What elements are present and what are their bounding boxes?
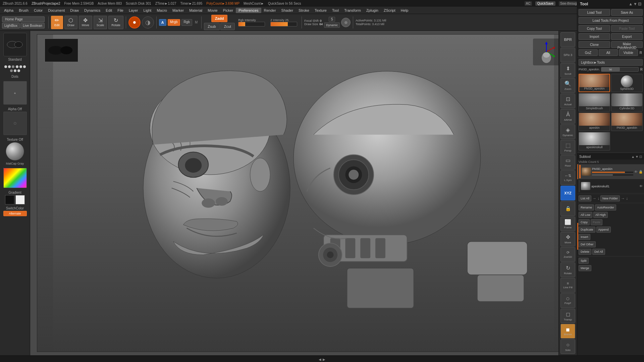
eye-icon[interactable]: 👁 [634,170,638,174]
menu-file[interactable]: File [115,8,126,13]
s-button[interactable]: S [329,17,335,22]
a-button[interactable]: A [159,19,166,26]
menu-alpha[interactable]: Alpha [1,8,16,13]
eye-icon-skull[interactable]: 👁 [639,184,643,188]
panel-arrow-up[interactable]: ▲ [629,2,633,6]
swatch-white[interactable] [15,195,25,204]
del-all-button[interactable]: Del All [592,249,605,255]
copy-tool-button[interactable]: Copy Tool [579,25,610,32]
lsym-button[interactable]: ↔⇅ L.Sym [560,170,575,185]
rgb-button[interactable]: Rgb [181,19,192,26]
alternate-button[interactable]: Alternate [3,211,27,216]
export-button[interactable]: Export [611,33,643,40]
menu-brush[interactable]: Brush [16,8,31,13]
rotate-view-button[interactable]: ↻ Rotate [560,262,575,277]
menu-help[interactable]: Help [398,8,411,13]
tool-thumb-cylinder3d[interactable]: Cylinder3D [611,93,643,112]
subtool-item-pm3d[interactable]: PM3D_apeskin 👁 🔒 [577,164,644,179]
del-other-button[interactable]: Del Other [579,241,596,247]
clone-button[interactable]: Clone [579,41,610,48]
menu-preferences[interactable]: Preferences [236,8,261,13]
make-polymesh3d-button[interactable]: Make PolyMesh3D [611,41,643,48]
xyz-button[interactable]: XYZ [560,186,575,200]
color-gradient[interactable] [3,168,27,188]
texture-preview[interactable]: ⬡ [3,112,27,135]
tool-thumb-pm3d-apeskin2[interactable]: PM3D_apeskin [611,113,643,131]
aahat-button[interactable]: Ȧ AAHat [560,109,575,124]
brenm-button[interactable]: ◼ Brenm [560,324,575,339]
bpr-button[interactable]: BPR [560,32,575,47]
solo-button[interactable]: ○ Solo [560,339,575,354]
live-boolean-tab[interactable]: Live Boolean [20,23,45,28]
menu-zscript[interactable]: ZScript [381,8,398,13]
menu-dynamics[interactable]: Dynamics [82,8,103,13]
move-button[interactable]: ✥ Move [79,16,92,29]
ac-label[interactable]: AC [525,1,532,6]
dynamic-view-button[interactable]: ◈ Dynamic [560,124,575,139]
append-button[interactable]: Append [596,227,611,233]
subtool-arrow-down[interactable]: ▼ [635,155,639,159]
list-all-button[interactable]: List All [579,195,591,201]
subtool-expand[interactable]: ⊡ [639,155,642,159]
draw-button[interactable]: ⬡ Draw [64,16,77,29]
menu-render[interactable]: Render [261,8,279,13]
rename-button[interactable]: Rename [579,204,594,210]
menu-document[interactable]: Document [45,8,67,13]
actual-button[interactable]: ⊡ Actual [560,94,575,108]
list-arrow-right[interactable]: → [592,196,596,201]
zoesd-button[interactable]: ⟳ ZoeSD [560,247,575,262]
home-tab[interactable]: Home Page [2,16,45,22]
all-button[interactable]: All [599,49,618,56]
insert-button[interactable]: Insert [579,234,590,240]
copy-button[interactable]: Copy [579,219,590,225]
load-tools-from-project-button[interactable]: Load Tools From Project [579,17,643,24]
move-view-button[interactable]: ✥ Move [560,232,575,247]
half-sphere-btn[interactable]: ◑ [142,16,154,28]
rgb-intensity-bar[interactable] [238,22,265,26]
menu-light[interactable]: Light [141,8,154,13]
brush-preview[interactable] [3,33,27,56]
subtool-slider-pm3d[interactable] [592,172,633,173]
quicksave-btn[interactable]: QuickSave [535,1,555,6]
paste-tool-button[interactable]: Paste Tool [611,25,643,32]
lock-button[interactable]: 🔒 [560,201,575,216]
tool-thumb-apeskinskull[interactable]: apeskinskull [579,132,610,150]
mrgb-button[interactable]: Mrgb [168,19,180,26]
panel-arrow-down[interactable]: ▼ [633,2,637,6]
transp-button[interactable]: ◻ Transp [560,309,575,323]
menu-marker[interactable]: Marker [170,8,186,13]
menu-zplugin[interactable]: Zplugin [364,8,381,13]
status-arrow-right[interactable]: ▶ [323,358,325,361]
menu-tool[interactable]: Tool [329,8,341,13]
import-button[interactable]: Import [579,33,610,40]
zcut-button[interactable]: Zcut [220,23,235,30]
all-high-button[interactable]: All High [593,212,608,218]
menu-color[interactable]: Color [31,8,45,13]
draw-size-val[interactable]: 64 [319,22,323,26]
paste-button[interactable]: Paste [591,219,602,225]
split-button[interactable]: Split [579,258,589,264]
polyf-button[interactable]: ⬡ PolyF [560,293,575,308]
menu-macro[interactable]: Macro [154,8,170,13]
lightbox-tools-button[interactable]: Lightbox►Tools [579,59,643,66]
menu-texture[interactable]: Texture [312,8,329,13]
pm3d-slider[interactable]: 50 [601,67,639,72]
canvas-area[interactable] [30,31,577,355]
tool-thumb-apeskin[interactable]: apeskin [579,113,610,131]
pm3d-r-label[interactable]: R [640,68,643,71]
tool-thumb-simplebrush[interactable]: SimpleBrush [579,93,610,112]
r-label[interactable]: R [639,50,643,55]
merge-button[interactable]: Merge [579,265,591,271]
matcap-preview[interactable] [6,142,24,161]
list-arrow-down2[interactable]: ↓ [597,196,599,201]
zsub-button[interactable]: Zsub [204,23,219,30]
status-arrow-left[interactable]: ◀ [319,358,321,361]
persp-button[interactable]: ⬚ Persp [560,140,575,155]
floor-button[interactable]: ▭ Floor [560,155,575,170]
save-as-button[interactable]: Save As [611,9,643,16]
menu-picker[interactable]: Picker [220,8,236,13]
auto-reorder-button[interactable]: AutoReorder [595,204,616,210]
subtool-item-skull[interactable]: apeskinskull1 👁 [577,179,644,193]
alpha-preview[interactable]: ▲ [3,81,27,105]
nav-gizmo[interactable] [533,39,560,65]
